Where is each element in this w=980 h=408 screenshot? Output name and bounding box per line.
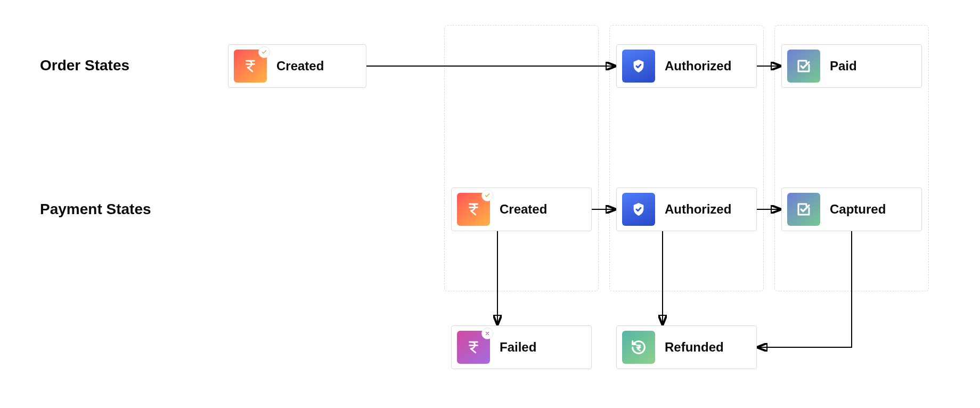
state-label: Created (276, 59, 324, 74)
payment-created-node: Created (451, 187, 592, 231)
check-badge-icon (258, 46, 270, 58)
refund-icon (622, 331, 655, 364)
state-label: Refunded (665, 340, 724, 355)
state-label: Authorized (665, 202, 731, 217)
x-badge-icon (481, 328, 493, 339)
state-label: Paid (830, 59, 857, 74)
order-created-node: Created (228, 44, 366, 88)
payment-refunded-node: Refunded (616, 325, 757, 369)
payment-authorized-node: Authorized (616, 187, 757, 231)
payment-failed-node: Failed (451, 325, 592, 369)
rupee-created-icon (234, 50, 267, 83)
check-badge-icon (481, 190, 493, 201)
shield-check-icon (622, 193, 655, 226)
order-paid-node: Paid (781, 44, 922, 88)
state-label: Authorized (665, 59, 731, 74)
payment-captured-node: Captured (781, 187, 922, 231)
state-label: Failed (500, 340, 536, 355)
shield-check-icon (622, 50, 655, 83)
rupee-created-icon (457, 193, 490, 226)
lane-created (444, 25, 599, 291)
order-authorized-node: Authorized (616, 44, 757, 88)
rupee-failed-icon (457, 331, 490, 364)
state-label: Captured (830, 202, 886, 217)
state-diagram: Order States Payment States Created Auth… (0, 0, 980, 408)
order-states-title: Order States (40, 57, 129, 74)
state-label: Created (500, 202, 547, 217)
payment-states-title: Payment States (40, 201, 151, 218)
checkbox-icon (787, 193, 820, 226)
checkbox-icon (787, 50, 820, 83)
